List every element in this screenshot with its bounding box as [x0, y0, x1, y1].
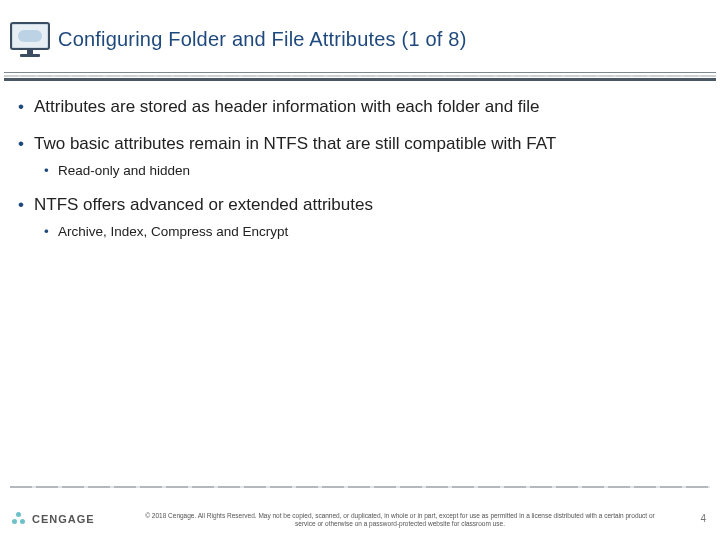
sub-bullet-item: Read-only and hidden [44, 162, 690, 180]
slide: Configuring Folder and File Attributes (… [0, 0, 720, 540]
bullet-text: NTFS offers advanced or extended attribu… [34, 195, 373, 214]
brand: CENGAGE [12, 512, 95, 526]
sub-bullet-list: Read-only and hidden [34, 162, 690, 180]
bullet-text: Two basic attributes remain in NTFS that… [34, 134, 556, 153]
sub-bullet-text: Read-only and hidden [58, 163, 190, 178]
slide-footer: CENGAGE © 2018 Cengage. All Rights Reser… [0, 486, 720, 540]
bullet-list: Attributes are stored as header informat… [18, 96, 690, 241]
header-rule [4, 72, 716, 73]
monitor-cloud-icon [10, 22, 50, 60]
bullet-item: Attributes are stored as header informat… [18, 96, 690, 119]
header-rule-sketch [4, 75, 716, 77]
brand-text: CENGAGE [32, 513, 95, 525]
bullet-item: NTFS offers advanced or extended attribu… [18, 194, 690, 241]
header-rule-bold [4, 78, 716, 81]
slide-title: Configuring Folder and File Attributes (… [58, 28, 700, 51]
sub-bullet-item: Archive, Index, Compress and Encrypt [44, 223, 690, 241]
sub-bullet-list: Archive, Index, Compress and Encrypt [34, 223, 690, 241]
brand-mark-icon [12, 512, 26, 526]
slide-header: Configuring Folder and File Attributes (… [0, 16, 720, 70]
sub-bullet-text: Archive, Index, Compress and Encrypt [58, 224, 288, 239]
copyright-text: © 2018 Cengage. All Rights Reserved. May… [140, 512, 660, 528]
page-number: 4 [700, 513, 706, 524]
bullet-item: Two basic attributes remain in NTFS that… [18, 133, 690, 180]
footer-rule [10, 486, 710, 488]
bullet-text: Attributes are stored as header informat… [34, 97, 540, 116]
slide-body: Attributes are stored as header informat… [18, 96, 690, 255]
